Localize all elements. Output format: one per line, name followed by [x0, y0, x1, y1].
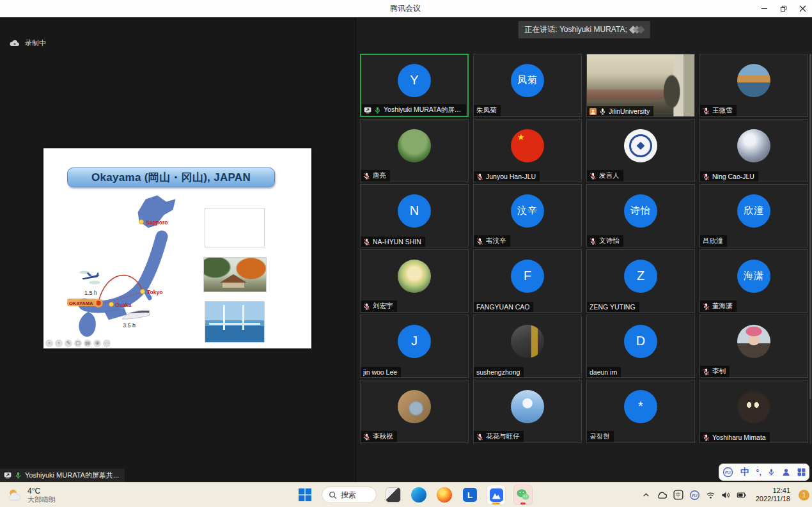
participant-name: 发言人 — [599, 171, 620, 180]
participant-avatar — [737, 325, 770, 358]
volume-level-icon — [632, 27, 644, 33]
slide-title: Okayama (岡山・冈山), JAPAN — [67, 168, 275, 187]
ime-keyboard-icon[interactable] — [797, 468, 806, 476]
slide-control-pen[interactable]: ✎ — [65, 339, 72, 347]
taskbar-app-lenovo-app[interactable]: L — [461, 485, 479, 504]
participant-tile[interactable]: 凤菊朱凤菊 — [473, 54, 582, 117]
participant-tile[interactable]: 汶辛韦汶辛 — [473, 184, 582, 247]
taskbar-app-edge[interactable] — [410, 485, 428, 504]
participant-name: 刘宏宇 — [373, 302, 393, 311]
lenovo-app-icon: L — [463, 488, 477, 502]
taskbar-app-snipping[interactable] — [384, 485, 402, 504]
participant-name: ZENG YUTING — [589, 303, 636, 311]
participant-tile[interactable]: 李钊 — [699, 315, 808, 378]
participant-tile[interactable]: Ddaeun im — [586, 315, 695, 378]
tray-volume-icon[interactable] — [721, 491, 731, 499]
tray-ifly-input-icon[interactable]: iFLY — [689, 490, 700, 501]
participant-name-bar: 王微雪 — [700, 105, 737, 116]
slide-control-more[interactable]: ⋯ — [103, 339, 111, 347]
participant-tile[interactable]: NNA-HYUN SHIN — [360, 184, 469, 247]
tray-ime-language-icon[interactable]: 中 — [673, 490, 683, 500]
taskbar-app-firefox[interactable] — [435, 485, 453, 504]
participant-name: 唐亮 — [373, 171, 386, 180]
ime-ifly-logo-icon[interactable]: iFLY — [722, 467, 733, 478]
participant-tile[interactable]: Ning Cao-JLU — [699, 119, 808, 182]
speaking-status-text: 正在讲话: Yoshiyuki MURATA; — [524, 24, 627, 35]
taskbar-clock[interactable]: 12:41 2022/11/18 — [756, 487, 790, 503]
participant-name: 董海潇 — [712, 302, 733, 311]
window-controls — [754, 0, 812, 17]
map-label-flight-time: 1.5 h — [84, 290, 97, 296]
grid-scrollbar[interactable] — [809, 54, 811, 444]
participant-tile[interactable]: Junyou Han-JLU — [473, 119, 582, 182]
mic-muted-icon — [476, 433, 483, 441]
close-button[interactable] — [793, 0, 812, 17]
slide-control-prev[interactable]: ‹ — [45, 339, 53, 347]
mic-muted-icon — [363, 433, 370, 441]
recording-indicator[interactable]: 录制中 — [10, 38, 46, 48]
participant-tile[interactable]: sushengzhong — [473, 315, 582, 378]
participant-tile[interactable]: FFANGYUAN CAO — [473, 249, 582, 313]
slide-image-bridge — [205, 301, 265, 343]
participant-name: 花花与旺仔 — [486, 432, 520, 441]
participant-tile[interactable]: 刘宏宇 — [360, 249, 469, 313]
window-titlebar: 腾讯会议 — [0, 0, 812, 18]
tray-wifi-icon[interactable] — [706, 491, 715, 499]
participant-name: 王微雪 — [712, 106, 733, 115]
ime-voice-icon[interactable] — [768, 469, 775, 476]
taskbar-app-tencent-meeting[interactable] — [487, 485, 506, 505]
start-button[interactable] — [296, 485, 314, 504]
ime-user-icon[interactable] — [782, 468, 790, 476]
windows-logo-icon — [299, 488, 311, 501]
participant-tile[interactable]: *공정현 — [586, 380, 695, 443]
participant-tile[interactable]: ZZENG YUTING — [586, 249, 695, 313]
participant-tile[interactable]: 发言人 — [586, 119, 695, 182]
participant-tile[interactable]: 花花与旺仔 — [473, 380, 582, 443]
taskbar-app-wechat[interactable] — [513, 485, 533, 505]
participant-tile[interactable]: YYoshiyuki MURATA的屏幕共... — [360, 54, 469, 117]
participant-tile[interactable]: 海潇董海潇 — [699, 249, 808, 313]
mic-active-icon — [15, 472, 22, 479]
slide-control-pages[interactable]: ▤ — [84, 339, 91, 347]
close-icon — [799, 5, 806, 12]
mic-muted-icon — [476, 238, 483, 245]
participant-name-bar: NA-HYUN SHIN — [361, 237, 425, 247]
participant-name: FANGYUAN CAO — [476, 303, 529, 311]
weather-temperature: 4°C — [27, 487, 56, 495]
participant-tile[interactable]: Yoshiharu Mimata — [699, 380, 808, 443]
tray-chevron-up-icon[interactable] — [642, 491, 650, 499]
participant-tile[interactable]: 李秋祝 — [360, 380, 469, 443]
participant-tile[interactable]: Jjin woo Lee — [360, 315, 469, 378]
slide-control-zoom[interactable]: ⊕ — [93, 339, 101, 347]
slide-control-next[interactable]: › — [55, 339, 63, 347]
tray-battery-icon[interactable] — [737, 491, 747, 499]
taskbar-search[interactable]: 搜索 — [322, 487, 377, 503]
participant-name-bar: 董海潇 — [700, 300, 737, 312]
participant-name: Yoshiharu Mimata — [712, 433, 766, 441]
taskbar-weather-widget[interactable]: 4°C 大部晴朗 — [6, 483, 56, 507]
screen-share-floating-label[interactable]: Yoshiyuki MURATA的屏幕共... — [0, 469, 125, 482]
mic-muted-icon — [589, 238, 597, 245]
edge-browser-icon — [411, 487, 426, 503]
restore-button[interactable] — [774, 0, 793, 17]
shared-screen-pane: 录制中 Okayama (岡山・冈山), JAPAN — [0, 17, 356, 483]
slide-control-shape[interactable]: ▢ — [74, 339, 82, 347]
participant-name-bar: 刘宏宇 — [361, 300, 397, 312]
participant-avatar — [511, 390, 544, 423]
tray-onedrive-icon[interactable] — [656, 491, 668, 499]
mic-muted-icon — [589, 173, 597, 180]
participant-tile[interactable]: 诗怡文诗怡 — [586, 184, 695, 247]
minimize-button[interactable] — [754, 0, 774, 17]
notification-count-badge[interactable]: 1 — [799, 490, 809, 501]
ime-punctuation-icon[interactable]: °, — [756, 468, 761, 477]
japan-map: Sapporo Tokyo Osaka OKAYAMA 1.5 h 3.5 h — [56, 188, 210, 348]
share-label-text: Yoshiyuki MURATA的屏幕共... — [25, 471, 119, 480]
share-screen-icon — [4, 472, 12, 479]
ime-chinese-mode-icon[interactable]: 中 — [740, 467, 749, 478]
participant-tile[interactable]: 欣潼吕欣潼 — [699, 184, 808, 247]
participant-name: 공정현 — [589, 432, 610, 441]
participant-tile[interactable]: JilinUniversity — [586, 54, 695, 117]
participant-avatar — [398, 260, 431, 293]
participant-tile[interactable]: 王微雪 — [699, 54, 808, 117]
participant-tile[interactable]: 唐亮 — [360, 119, 469, 182]
